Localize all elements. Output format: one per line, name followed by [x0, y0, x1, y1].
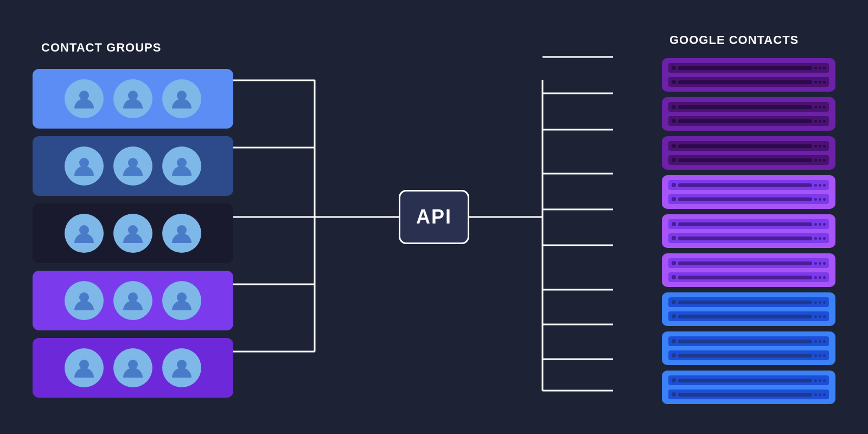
rack-dots-group [814, 145, 826, 148]
rack-row-2-1 [668, 102, 829, 112]
rack-bar [678, 183, 812, 187]
rack-dot-sm [823, 145, 826, 148]
rack-dot-sm [823, 159, 826, 162]
rack-bar [678, 197, 812, 201]
server-rack-5 [662, 214, 835, 248]
rack-dot-sm [814, 198, 817, 201]
rack-bar [678, 379, 812, 382]
rack-row-9-1 [668, 375, 829, 385]
avatar-1-3 [162, 79, 201, 118]
rack-dot-sm [819, 262, 821, 265]
api-label: API [416, 206, 452, 228]
rack-dot [672, 300, 676, 304]
rack-dot-sm [814, 301, 817, 304]
rack-bar [678, 393, 812, 397]
rack-dots-group [814, 237, 826, 240]
rack-dot-sm [814, 184, 817, 187]
rack-row-4-1 [668, 180, 829, 190]
avatar-2-1 [65, 146, 104, 186]
rack-dot [672, 183, 676, 187]
rack-dots-group [814, 276, 826, 279]
contact-group-3 [33, 203, 233, 263]
rack-dot-sm [814, 120, 817, 123]
rack-dot-sm [814, 106, 817, 108]
left-section: CONTACT GROUPS [33, 36, 233, 398]
rack-dots-group [814, 120, 826, 123]
rack-dot-sm [823, 340, 826, 343]
rack-dots-group [814, 159, 826, 162]
rack-dot-sm [819, 276, 821, 279]
rack-dot-sm [814, 223, 817, 226]
avatar-4-1 [65, 281, 104, 320]
rack-dot-sm [823, 67, 826, 69]
rack-bar [678, 301, 812, 304]
rack-row-8-2 [668, 350, 829, 360]
rack-dot-sm [814, 81, 817, 84]
avatar-3-3 [162, 214, 201, 253]
rack-dot [672, 314, 676, 318]
rack-dot-sm [823, 223, 826, 226]
server-rack-2 [662, 97, 835, 131]
rack-dot-sm [819, 145, 821, 148]
server-rack-4 [662, 175, 835, 209]
api-box: API [399, 190, 469, 244]
rack-dots-group [814, 81, 826, 84]
rack-dots-group [814, 340, 826, 343]
rack-dot-sm [819, 159, 821, 162]
rack-dot [672, 144, 676, 148]
server-rack-3 [662, 136, 835, 170]
avatar-1-2 [113, 79, 152, 118]
avatar-5-1 [65, 348, 104, 387]
rack-row-4-2 [668, 194, 829, 204]
avatar-2-3 [162, 146, 201, 186]
rack-bar [678, 222, 812, 226]
avatar-3-2 [113, 214, 152, 253]
avatar-2-2 [113, 146, 152, 186]
rack-dot [672, 80, 676, 84]
rack-row-7-1 [668, 297, 829, 307]
rack-dot-sm [819, 379, 821, 382]
rack-row-7-2 [668, 311, 829, 321]
rack-dot-sm [819, 198, 821, 201]
rack-dot-sm [814, 276, 817, 279]
server-rack-1 [662, 58, 835, 92]
rack-dot-sm [823, 276, 826, 279]
rack-row-5-2 [668, 233, 829, 243]
rack-dots-group [814, 67, 826, 69]
rack-dot-sm [823, 379, 826, 382]
rack-dots-group [814, 354, 826, 357]
rack-bar [678, 340, 812, 343]
rack-dot-sm [814, 315, 817, 318]
rack-dot-sm [814, 145, 817, 148]
rack-dot-sm [823, 106, 826, 108]
rack-dot-sm [819, 340, 821, 343]
google-contacts-label: GOOGLE CONTACTS [662, 30, 806, 50]
contact-groups-label: CONTACT GROUPS [33, 36, 233, 59]
rack-dot-sm [814, 379, 817, 382]
rack-bar [678, 105, 812, 109]
contact-group-1 [33, 69, 233, 129]
rack-dot [672, 261, 676, 265]
rack-dot [672, 119, 676, 123]
server-rack-9 [662, 371, 835, 404]
rack-dot [672, 378, 676, 382]
server-rack-7 [662, 292, 835, 326]
rack-bar [678, 261, 812, 265]
rack-dot [672, 197, 676, 201]
rack-dot-sm [823, 262, 826, 265]
rack-dot-sm [823, 393, 826, 396]
rack-dots-group [814, 184, 826, 187]
rack-row-9-2 [668, 390, 829, 399]
rack-dot-sm [814, 262, 817, 265]
rack-dot [672, 353, 676, 358]
rack-dot-sm [823, 301, 826, 304]
rack-dots-group [814, 301, 826, 304]
rack-bar [678, 315, 812, 318]
rack-row-1-2 [668, 77, 829, 87]
rack-dots-group [814, 315, 826, 318]
rack-dot-sm [819, 393, 821, 396]
rack-dot-sm [819, 301, 821, 304]
rack-row-6-2 [668, 272, 829, 282]
rack-bar [678, 80, 812, 84]
rack-dot [672, 222, 676, 226]
